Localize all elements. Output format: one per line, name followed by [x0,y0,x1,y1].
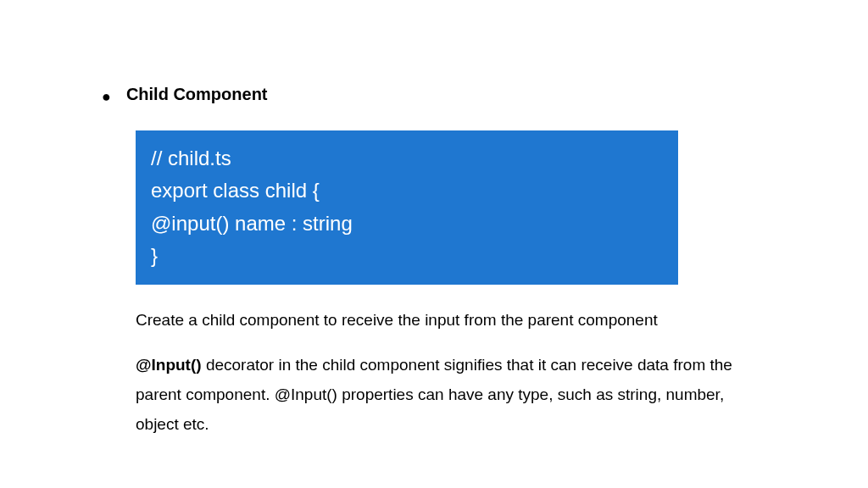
code-line: // child.ts [151,142,663,175]
code-line: @input() name : string [151,208,663,240]
code-line: export class child { [151,175,663,207]
paragraph-text: decorator in the child component signifi… [136,356,732,433]
paragraph: @Input() decorator in the child componen… [136,350,763,439]
paragraph: Create a child component to receive the … [136,305,763,335]
section-heading: Child Component [126,85,268,104]
code-line: } [151,240,663,272]
bullet-icon: ● [102,86,111,107]
bullet-item: ● Child Component [102,85,763,107]
document-page: ● Child Component // child.ts export cla… [0,0,763,439]
decorator-label: @Input() [136,356,202,374]
body-text: Create a child component to receive the … [136,305,763,440]
code-block: // child.ts export class child { @input(… [136,130,678,285]
